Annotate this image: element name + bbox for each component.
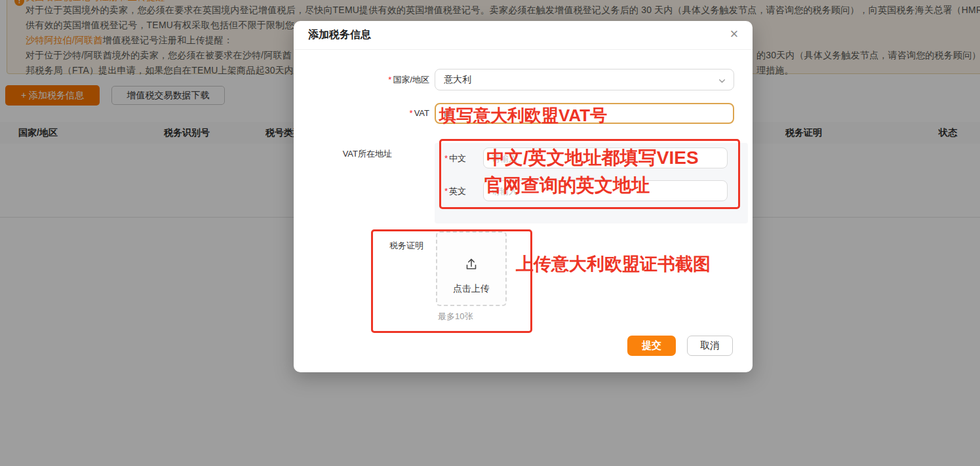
english-address-input[interactable]	[483, 180, 728, 201]
upload-limit-text: 最多10张	[438, 311, 473, 322]
close-icon[interactable]: ×	[725, 25, 743, 43]
tax-proof-label: 税务证明	[294, 240, 423, 252]
english-address-label: *英文	[444, 185, 466, 197]
vat-address-label: VAT所在地址	[294, 148, 392, 160]
divider	[294, 49, 753, 50]
chevron-down-icon	[718, 76, 726, 88]
submit-button[interactable]: 提交	[627, 336, 676, 356]
upload-icon	[463, 256, 479, 275]
upload-annotation-text: 上传意大利欧盟证书截图	[516, 252, 711, 276]
cancel-button[interactable]: 取消	[687, 336, 733, 356]
chinese-address-input[interactable]	[483, 147, 728, 168]
upload-text: 点击上传	[453, 283, 490, 295]
chinese-address-label: *中文	[444, 153, 466, 165]
vat-country-prefix: IT	[444, 109, 452, 119]
add-tax-info-modal: 添加税务信息 × *国家/地区 意大利 *VAT IT 填写意大利欧盟VAT号 …	[294, 21, 753, 372]
country-region-select[interactable]: 意大利	[435, 69, 734, 90]
modal-title: 添加税务信息	[308, 28, 371, 42]
page: ! 英国增值税登记号注册和上传提醒： 对于位于英国境外的卖家，您必须在要求在英国…	[0, 0, 980, 466]
vat-input[interactable]: IT	[435, 103, 734, 124]
country-region-label: *国家/地区	[294, 74, 429, 86]
tax-proof-upload[interactable]: 点击上传	[436, 231, 507, 306]
vat-label: *VAT	[294, 108, 429, 118]
country-region-value: 意大利	[444, 74, 471, 86]
